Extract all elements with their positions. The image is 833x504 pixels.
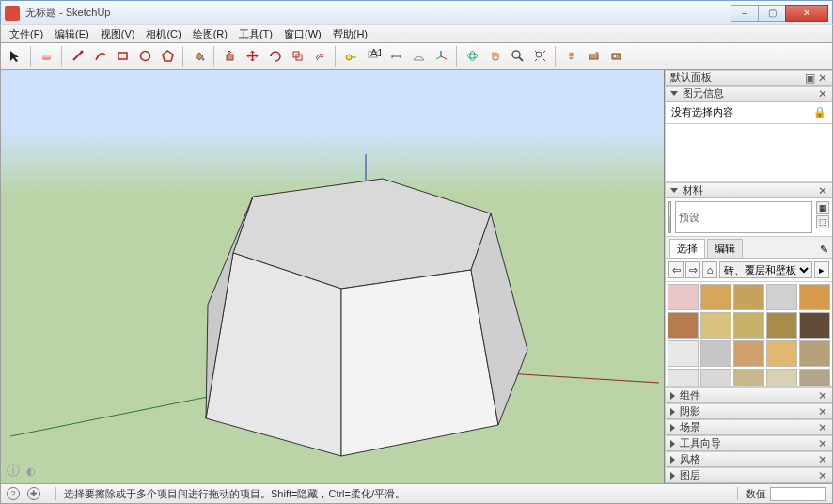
tray-pin-icon[interactable]: ▣ bbox=[805, 71, 815, 85]
material-thumb[interactable] bbox=[766, 312, 797, 339]
svg-point-10 bbox=[346, 55, 352, 60]
svg-rect-21 bbox=[614, 55, 616, 57]
tool-polygon[interactable] bbox=[157, 46, 178, 67]
material-thumb[interactable] bbox=[733, 312, 764, 339]
tool-rectangle[interactable] bbox=[112, 46, 133, 67]
tool-orbit[interactable] bbox=[462, 46, 482, 67]
tray-header[interactable]: 默认面板 ▣ ✕ bbox=[666, 70, 832, 86]
tool-select[interactable] bbox=[5, 46, 25, 67]
tool-zoom-extents[interactable] bbox=[529, 46, 550, 67]
tool-tape-measure[interactable] bbox=[340, 46, 361, 67]
nav-back-icon[interactable]: ⇦ bbox=[668, 261, 684, 278]
material-thumb[interactable] bbox=[668, 369, 699, 387]
model-canvas bbox=[1, 70, 665, 483]
measurement-input[interactable] bbox=[770, 487, 826, 501]
material-category-select[interactable]: 砖、覆层和壁板 bbox=[719, 261, 812, 278]
material-thumb[interactable] bbox=[700, 369, 731, 387]
material-thumb[interactable] bbox=[700, 340, 731, 367]
nav-fwd-icon[interactable]: ⇨ bbox=[685, 261, 700, 278]
home-icon[interactable]: ⌂ bbox=[702, 261, 717, 278]
collapse-icon bbox=[670, 188, 678, 193]
material-thumb[interactable] bbox=[733, 284, 764, 310]
maximize-button[interactable]: ▢ bbox=[758, 5, 786, 22]
tool-position-camera[interactable] bbox=[560, 46, 581, 67]
geo-icon[interactable]: ✚ bbox=[27, 487, 40, 500]
tool-offset[interactable] bbox=[309, 46, 330, 67]
measurement-label: 数值 bbox=[746, 487, 766, 501]
tool-scale[interactable] bbox=[287, 46, 307, 67]
material-thumb[interactable] bbox=[668, 340, 699, 367]
current-material-swatch[interactable] bbox=[668, 201, 671, 233]
material-tabs: 选择 编辑 ✎ bbox=[666, 237, 832, 259]
menu-tools[interactable]: 工具(T) bbox=[233, 25, 278, 43]
material-thumb[interactable] bbox=[700, 312, 731, 339]
material-thumb[interactable] bbox=[766, 369, 797, 387]
components-header[interactable]: 组件✕ bbox=[666, 387, 832, 403]
tool-text[interactable]: A1 bbox=[363, 46, 384, 67]
tab-select[interactable]: 选择 bbox=[669, 239, 705, 258]
eyedropper-icon[interactable]: ✎ bbox=[820, 244, 828, 256]
window-title: 无标题 - SketchUp bbox=[25, 6, 110, 20]
status-hint: 选择要擦除或于多个项目间进行拖动的项目。Shift=隐藏，Ctrl=柔化/平滑。 bbox=[64, 487, 405, 501]
menu-help[interactable]: 帮助(H) bbox=[327, 25, 373, 43]
tool-axes[interactable] bbox=[431, 46, 451, 67]
shadows-header[interactable]: 阴影✕ bbox=[666, 403, 832, 419]
tool-circle[interactable] bbox=[134, 46, 155, 67]
svg-rect-3 bbox=[118, 53, 127, 59]
minimize-button[interactable]: – bbox=[731, 5, 759, 22]
material-thumb[interactable] bbox=[733, 340, 764, 367]
lock-icon[interactable]: 🔒 bbox=[813, 106, 826, 118]
material-thumb[interactable] bbox=[733, 369, 764, 387]
tab-edit[interactable]: 编辑 bbox=[707, 239, 743, 258]
create-material-icon[interactable]: ▦ bbox=[816, 201, 829, 214]
material-name-input[interactable] bbox=[675, 201, 812, 233]
menu-draw[interactable]: 绘图(R) bbox=[187, 25, 233, 43]
tool-pan[interactable] bbox=[484, 46, 505, 67]
tool-dimension[interactable] bbox=[385, 46, 406, 67]
layers-header[interactable]: 图层✕ bbox=[666, 467, 832, 483]
scenes-header[interactable]: 场景✕ bbox=[666, 419, 832, 435]
material-thumb[interactable] bbox=[799, 312, 830, 339]
menu-file[interactable]: 文件(F) bbox=[4, 25, 49, 43]
svg-point-13 bbox=[467, 54, 477, 58]
help-icon[interactable]: ? bbox=[7, 487, 20, 500]
tray-close-icon[interactable]: ✕ bbox=[818, 71, 827, 85]
tool-line[interactable] bbox=[67, 46, 87, 67]
tool-zoom[interactable] bbox=[507, 46, 527, 67]
tool-push-pull[interactable] bbox=[219, 46, 240, 67]
panel-close-icon[interactable]: ✕ bbox=[818, 87, 827, 101]
menu-window[interactable]: 窗口(W) bbox=[278, 25, 327, 43]
tool-look-around[interactable] bbox=[583, 46, 604, 67]
tool-eraser[interactable] bbox=[36, 46, 56, 67]
material-thumb[interactable] bbox=[799, 340, 830, 367]
tool-protractor[interactable] bbox=[408, 46, 429, 67]
tool-walk[interactable] bbox=[605, 46, 626, 67]
tray-title: 默认面板 bbox=[670, 71, 802, 85]
menu-view[interactable]: 视图(V) bbox=[95, 25, 141, 43]
material-thumb[interactable] bbox=[668, 312, 699, 339]
material-thumbs-grid bbox=[666, 282, 832, 387]
tool-paint-bucket[interactable] bbox=[188, 46, 209, 67]
material-thumb[interactable] bbox=[799, 284, 830, 310]
styles-header[interactable]: 风格✕ bbox=[666, 451, 832, 467]
instructor-header[interactable]: 工具向导✕ bbox=[666, 435, 832, 451]
svg-text:A1: A1 bbox=[370, 49, 381, 58]
materials-header[interactable]: 材料 ✕ bbox=[666, 182, 832, 198]
entity-info-header[interactable]: 图元信息 ✕ bbox=[666, 86, 832, 102]
details-icon[interactable]: ▸ bbox=[814, 261, 829, 278]
close-button[interactable]: ✕ bbox=[785, 5, 828, 22]
panel-close-icon[interactable]: ✕ bbox=[818, 184, 827, 197]
menu-camera[interactable]: 相机(C) bbox=[140, 25, 186, 43]
material-thumb[interactable] bbox=[766, 284, 797, 310]
material-thumb[interactable] bbox=[766, 340, 797, 367]
tool-move[interactable] bbox=[242, 46, 262, 67]
material-thumb[interactable] bbox=[799, 369, 830, 387]
material-thumb[interactable] bbox=[668, 284, 699, 310]
menu-edit[interactable]: 编辑(E) bbox=[49, 25, 95, 43]
sample-material-icon[interactable]: ⬚ bbox=[816, 215, 829, 228]
tool-arc[interactable] bbox=[89, 46, 110, 67]
tool-rotate[interactable] bbox=[264, 46, 285, 67]
material-thumb[interactable] bbox=[700, 284, 731, 310]
3d-viewport[interactable]: ⓘ ◐ bbox=[1, 70, 665, 483]
svg-rect-7 bbox=[227, 55, 233, 60]
